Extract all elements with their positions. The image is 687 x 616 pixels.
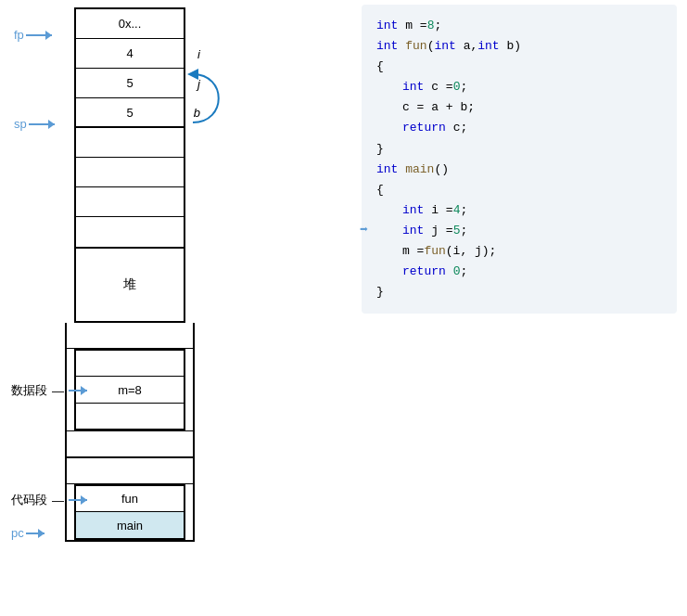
code-line-9: { [376,180,662,200]
stack-section: fp sp 0x... 4 i 5 j 5 [56,7,204,542]
code-line-7: } [376,139,662,160]
code-line-4: int c = 0; [376,77,662,97]
kw-int-2: int [376,36,398,57]
data-section-label: 数据段 — [11,382,87,399]
memory-diagram: fp sp 0x... 4 i 5 j 5 [56,7,204,542]
data-inner: m=8 [74,349,185,430]
code-inner: fun main [74,484,185,540]
code-line-8: int main() [376,160,662,180]
curved-arrow-svg [185,67,232,132]
stack-cell-6 [76,187,184,217]
code-line-3: { [376,57,662,77]
data-cell-top [67,323,193,349]
code-fun-cell: fun [76,486,184,512]
code-line-14: } [376,282,662,302]
code-line-10: int i = 4; [376,200,662,221]
cell-3-value: 5 [126,106,133,120]
heap-section: 堆 [74,249,185,323]
sp-pointer: sp [14,117,55,131]
stack-cell-0: 0x... [76,9,184,39]
stack-cell-3: 5 b [76,98,184,128]
code-line-13: return 0; [376,262,662,282]
code-line-6: return c; [376,118,662,138]
data-m-cell-bottom [76,403,184,429]
code-section-outer: 代码段 — pc fun main [65,458,195,542]
data-m-cell: m=8 [76,377,184,403]
code-cell-top [67,458,193,484]
cell-0-value: 0x... [119,17,142,31]
code-line-11-current: ➡ int j = 5; [376,221,662,241]
data-cell-bottom [67,430,193,456]
code-line-5: c = a + b; [376,97,662,118]
cell-2-value: 5 [126,76,133,90]
cell-1-value: 4 [126,46,133,60]
code-section-label: 代码段 — [11,492,87,508]
current-line-indicator: ➡ [360,219,368,243]
code-arrow [69,499,87,501]
sp-label-text: sp [14,117,27,131]
fp-arrow [26,34,52,36]
code-line-1: int m = 8; [376,16,662,36]
pc-pointer: pc [11,526,45,540]
code-line-2: int fun(int a,int b) [376,36,662,57]
data-m-cell-top [76,351,184,377]
code-main-cell: main [76,512,184,538]
i-label: i [197,46,200,60]
heap-label: 堆 [123,276,136,293]
code-line-12: m = fun(i, j); [376,241,662,262]
stack-cell-7 [76,217,184,247]
fp-label-text: fp [14,28,24,42]
code-panel: int m = 8; int fun(int a,int b) { int c … [362,5,677,314]
stack-cell-1: 4 i [76,39,184,69]
data-section-outer: 数据段 — m=8 [65,323,195,458]
fp-pointer: fp [14,28,52,42]
sp-arrow [29,123,55,125]
pc-arrow [26,533,45,534]
stack-cell-2: 5 j [76,69,184,98]
stack-cell-4 [76,128,184,158]
stack-cell-5 [76,158,184,187]
kw-int-1: int [376,16,398,36]
data-arrow [69,390,87,391]
